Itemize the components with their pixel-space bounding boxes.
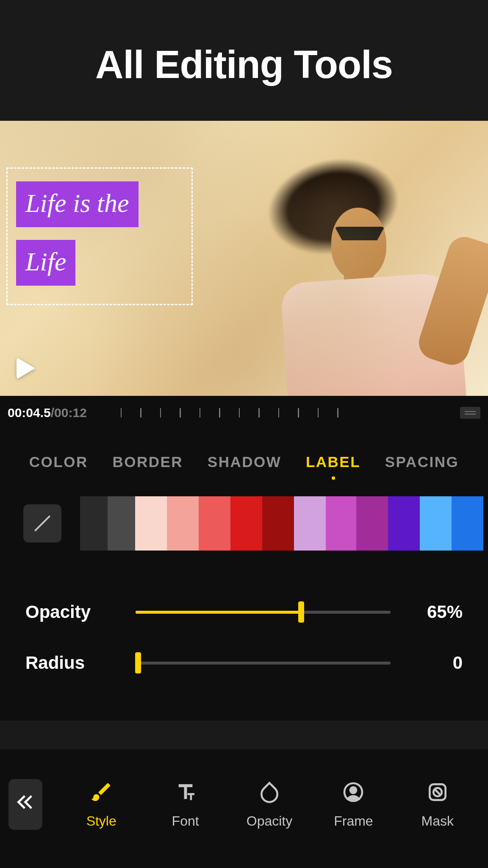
color-swatch-row — [0, 496, 488, 551]
no-color-icon — [34, 515, 50, 531]
color-swatch[interactable] — [80, 496, 108, 551]
text-overlay[interactable]: Life is the Life — [16, 181, 183, 286]
color-swatch[interactable] — [199, 496, 230, 551]
chevrons-left-icon — [18, 797, 33, 812]
timecode-total: 00:12 — [54, 406, 87, 420]
back-button[interactable] — [8, 779, 42, 830]
color-swatch[interactable] — [167, 496, 199, 551]
font-icon — [174, 780, 197, 804]
sliders-group: Opacity 65% Radius 0 — [0, 551, 488, 721]
radius-slider-label: Radius — [25, 653, 119, 673]
color-swatch[interactable] — [262, 496, 294, 551]
edit-panel: COLORBORDERSHADOWLABELSPACING Opacity 65… — [0, 430, 488, 721]
timeline-drag-handle[interactable] — [460, 407, 480, 419]
timecode-current: 00:04.5 — [8, 406, 51, 420]
tool-frame[interactable]: Frame — [311, 780, 395, 829]
opacity-slider-thumb[interactable] — [298, 601, 304, 623]
header-title: All Editing Tools — [8, 42, 480, 87]
color-swatch[interactable] — [388, 496, 420, 551]
mask-icon — [426, 780, 449, 804]
tool-label: Style — [86, 813, 116, 829]
style-icon — [89, 780, 113, 804]
radius-slider-row: Radius 0 — [25, 653, 463, 673]
color-swatches — [80, 496, 488, 551]
tool-mask[interactable]: Mask — [396, 780, 480, 829]
opacity-slider-label: Opacity — [25, 602, 119, 622]
preview-image — [225, 138, 471, 396]
tool-opacity[interactable]: Opacity — [227, 780, 311, 829]
text-selection-box[interactable]: Life is the Life — [6, 167, 193, 305]
opacity-slider-row: Opacity 65% — [25, 602, 463, 622]
video-preview[interactable]: Life is the Life — [0, 121, 488, 396]
radius-slider-thumb[interactable] — [135, 652, 141, 673]
color-swatch[interactable] — [326, 496, 356, 551]
timecode-separator: / — [51, 406, 54, 420]
color-swatch[interactable] — [108, 496, 135, 551]
play-button[interactable] — [14, 356, 38, 381]
radius-slider[interactable] — [136, 662, 391, 665]
color-swatch[interactable] — [356, 496, 388, 551]
svg-line-4 — [435, 789, 441, 795]
tool-label: Frame — [334, 813, 373, 829]
text-line-1: Life is the — [16, 181, 139, 227]
play-icon — [17, 357, 35, 379]
color-swatch[interactable] — [135, 496, 167, 551]
tab-label[interactable]: LABEL — [306, 453, 360, 477]
timeline-ticks[interactable] — [121, 408, 456, 417]
no-color-swatch[interactable] — [23, 504, 61, 542]
tool-style[interactable]: Style — [59, 780, 143, 829]
tab-border[interactable]: BORDER — [112, 453, 183, 477]
tool-font[interactable]: Font — [143, 780, 227, 829]
tool-label: Mask — [421, 813, 454, 829]
timeline-bar[interactable]: 00:04.5/00:12 — [0, 396, 488, 430]
color-swatch[interactable] — [452, 496, 483, 551]
tool-label: Opacity — [247, 813, 292, 829]
color-swatch[interactable] — [294, 496, 326, 551]
timecode-display: 00:04.5/00:12 — [8, 406, 87, 420]
tab-spacing[interactable]: SPACING — [385, 453, 459, 477]
opacity-slider-value: 65% — [408, 602, 463, 622]
style-tabs: COLORBORDERSHADOWLABELSPACING — [0, 453, 488, 496]
tab-color[interactable]: COLOR — [29, 453, 88, 477]
opacity-icon — [258, 780, 281, 804]
tab-shadow[interactable]: SHADOW — [208, 453, 281, 477]
color-swatch[interactable] — [420, 496, 452, 551]
promo-header: All Editing Tools — [0, 0, 488, 121]
bottom-toolbar: StyleFontOpacityFrameMask — [0, 749, 488, 868]
tool-label: Font — [172, 813, 199, 829]
color-swatch[interactable] — [230, 496, 262, 551]
svg-point-1 — [350, 787, 356, 793]
text-line-2: Life — [16, 240, 75, 286]
opacity-slider[interactable] — [136, 611, 391, 614]
radius-slider-value: 0 — [408, 653, 463, 673]
frame-icon — [341, 780, 365, 804]
